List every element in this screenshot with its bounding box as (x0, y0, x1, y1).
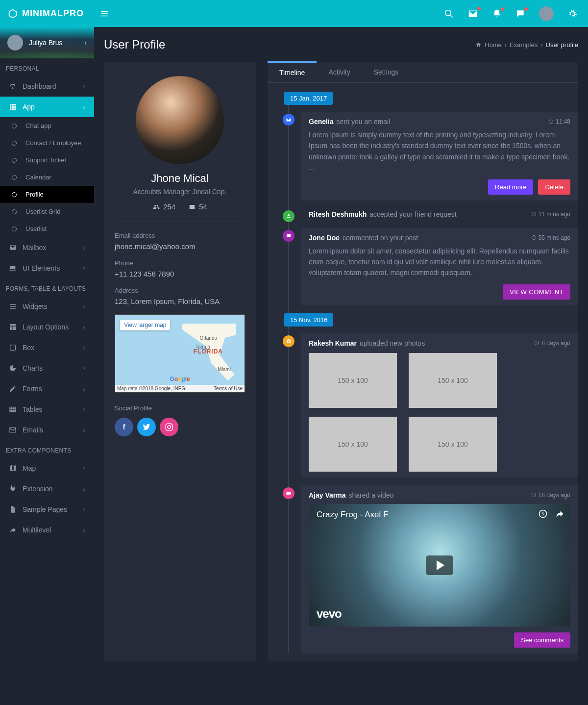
map-city: Orlando (199, 335, 217, 341)
photo-placeholder[interactable]: 150 x 100 (409, 417, 497, 472)
sidebar-item-multilevel[interactable]: Multilevel› (0, 520, 94, 540)
watch-later-icon[interactable] (538, 509, 548, 519)
circle-icon (12, 175, 17, 180)
sidebar-subitem-profile[interactable]: Profile (0, 186, 94, 203)
sidebar-item-ui-elements[interactable]: UI Elements› (0, 258, 94, 278)
video-badge-icon (283, 487, 294, 499)
user-badge-icon (283, 210, 294, 222)
timeline-body: Jone Doe commented on your post 55 mins … (301, 228, 578, 305)
grid-icon (9, 103, 23, 111)
sidebar-item-layout-options[interactable]: Layout Options› (0, 317, 94, 337)
video-icon (286, 490, 292, 496)
user-menu[interactable] (539, 6, 554, 21)
sidebar-item-label: Userlist Grid (25, 208, 85, 215)
chevron-right-icon: › (83, 526, 85, 534)
delete-button[interactable]: Delete (538, 179, 570, 195)
sidebar-item-label: Chat app (25, 122, 85, 129)
tab-settings[interactable]: Settings (362, 62, 411, 82)
sidebar-subitem-calendar[interactable]: Calendar (0, 169, 94, 186)
photo-placeholder[interactable]: 150 x 100 (309, 353, 397, 408)
sidebar-item-mailbox[interactable]: Mailbox› (0, 237, 94, 258)
sidebar-item-map[interactable]: Map› (0, 458, 94, 478)
chat-badge (524, 7, 528, 11)
profile-role: Accoubts Manager Jindal Cop. (115, 188, 245, 196)
clock-icon (534, 340, 539, 346)
chevron-right-icon: › (83, 323, 85, 331)
mail-icon (467, 8, 478, 19)
facebook-link[interactable]: f (115, 418, 133, 436)
social-label: Social Profile (115, 404, 245, 412)
circle-icon (12, 192, 17, 197)
photo-placeholder[interactable]: 150 x 100 (409, 353, 497, 408)
see-comments-button[interactable]: See comments (514, 632, 570, 648)
instagram-link[interactable] (160, 418, 178, 436)
sidebar-item-forms[interactable]: Forms› (0, 378, 94, 399)
read-more-button[interactable]: Read more (488, 179, 533, 195)
settings-button[interactable] (567, 9, 577, 19)
comment-badge-icon (283, 230, 294, 242)
search-button[interactable] (444, 9, 454, 19)
map-view-larger[interactable]: View larger map (120, 320, 170, 330)
sidebar-item-label: Layout Options (23, 323, 83, 331)
sidebar-subitem-userlist-grid[interactable]: Userlist Grid (0, 203, 94, 220)
sidebar-item-widgets[interactable]: Widgets› (0, 296, 94, 317)
sidebar-item-tables[interactable]: Tables› (0, 399, 94, 420)
timeline-who: Rakesh Kumar (309, 339, 357, 347)
sidebar-item-label: Forms (23, 385, 83, 393)
sidebar-item-emails[interactable]: Emails› (0, 420, 94, 440)
phone-value: +11 123 456 7890 (115, 270, 245, 278)
timeline-text: Lorem ipsum dolor sit amet, consectetur … (309, 246, 570, 278)
brand[interactable]: MINIMALPRO (0, 8, 94, 19)
map-city: Tampa (196, 344, 210, 350)
sidebar-section-header: EXTRA COMPONENTS (0, 440, 94, 458)
timeline-item: Genelia sent you an email 11:48 Lorem Ip… (283, 112, 578, 201)
sidebar-item-sample-pages[interactable]: Sample Pages› (0, 499, 94, 520)
share-icon[interactable] (555, 509, 564, 519)
sidebar-item-charts[interactable]: Charts› (0, 358, 94, 378)
timeline-time: 11 mins ago (531, 211, 570, 218)
map-terms[interactable]: Terms of Use (214, 386, 243, 391)
notifications-button[interactable] (492, 9, 502, 19)
map[interactable]: View larger map FLORIDA Orlando Tampa Mi… (115, 314, 245, 393)
mail-button[interactable] (467, 8, 478, 19)
timeline-action: uploaded new photos (360, 339, 425, 347)
sidebar-user[interactable]: Juliya Brus › (0, 27, 94, 58)
sidebar-item-dashboard[interactable]: Dashboard› (0, 76, 94, 97)
sidebar-subitem-support-ticket[interactable]: Support Ticket (0, 151, 94, 169)
sidebar: Juliya Brus › PERSONALDashboard›App›Chat… (0, 27, 94, 705)
sidebar-item-box[interactable]: Box› (0, 337, 94, 358)
tab-activity[interactable]: Activity (317, 62, 362, 82)
tabs: Timeline Activity Settings (268, 62, 578, 83)
comment-icon (286, 233, 292, 239)
twitter-link[interactable] (137, 418, 156, 436)
timeline-panel: Timeline Activity Settings 15 Jan. 2017 … (268, 62, 578, 661)
timeline-action: commented on your post (343, 234, 418, 242)
clock-icon (548, 119, 554, 125)
sidebar-item-label: Extension (23, 485, 83, 493)
chat-icon (515, 9, 525, 19)
timeline-action: shared a video (349, 491, 394, 499)
circle-icon (12, 227, 17, 231)
messages-button[interactable] (515, 9, 525, 19)
sidebar-subitem-contact-employee[interactable]: Contact / Employee (0, 134, 94, 151)
play-button[interactable] (426, 555, 453, 575)
svg-point-3 (168, 426, 171, 428)
crumb-home[interactable]: Home (485, 41, 502, 49)
video-embed[interactable]: Crazy Frog - Axel F vevo (309, 504, 570, 627)
plug-icon (9, 485, 23, 493)
sidebar-subitem-chat-app[interactable]: Chat app (0, 117, 94, 134)
view-comment-button[interactable]: VIEW COMMENT (503, 284, 570, 300)
svg-rect-1 (10, 345, 16, 351)
profile-avatar (136, 76, 224, 164)
sidebar-item-extension[interactable]: Extension› (0, 478, 94, 499)
sidebar-subitem-userlist[interactable]: Userlist (0, 220, 94, 237)
tab-timeline[interactable]: Timeline (268, 61, 317, 82)
menu-toggle[interactable] (94, 9, 115, 18)
users-icon (152, 203, 160, 210)
sidebar-item-label: Multilevel (23, 526, 83, 534)
photo-placeholder[interactable]: 150 x 100 (309, 417, 397, 472)
avatar-icon (7, 35, 23, 50)
sidebar-item-app[interactable]: App› (0, 97, 94, 117)
crumb-examples[interactable]: Examples (510, 41, 538, 49)
clock-icon (531, 492, 537, 498)
